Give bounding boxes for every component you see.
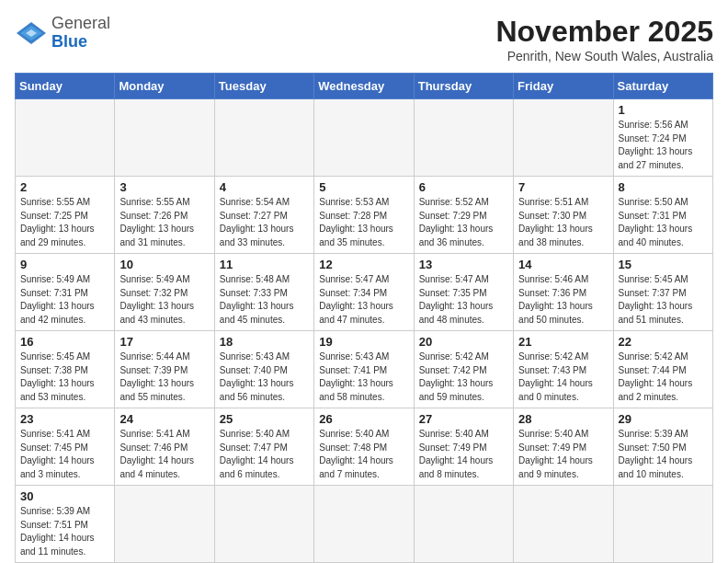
day-cell bbox=[514, 486, 613, 563]
weekday-header-wednesday: Wednesday bbox=[314, 74, 414, 99]
week-row-4: 23Sunrise: 5:41 AM Sunset: 7:45 PM Dayli… bbox=[16, 408, 713, 486]
day-info: Sunrise: 5:54 AM Sunset: 7:27 PM Dayligh… bbox=[220, 196, 309, 249]
day-cell: 12Sunrise: 5:47 AM Sunset: 7:34 PM Dayli… bbox=[314, 254, 414, 331]
day-info: Sunrise: 5:45 AM Sunset: 7:37 PM Dayligh… bbox=[619, 273, 708, 327]
day-number: 13 bbox=[419, 258, 508, 271]
day-cell: 10Sunrise: 5:49 AM Sunset: 7:32 PM Dayli… bbox=[115, 254, 214, 331]
weekday-header-monday: Monday bbox=[115, 74, 214, 99]
day-number: 15 bbox=[619, 258, 708, 271]
day-info: Sunrise: 5:44 AM Sunset: 7:39 PM Dayligh… bbox=[119, 350, 209, 404]
day-cell bbox=[314, 486, 414, 563]
day-number: 10 bbox=[119, 258, 209, 271]
day-info: Sunrise: 5:47 AM Sunset: 7:35 PM Dayligh… bbox=[419, 273, 508, 327]
day-info: Sunrise: 5:42 AM Sunset: 7:42 PM Dayligh… bbox=[419, 350, 508, 404]
day-cell bbox=[115, 99, 214, 177]
day-number: 9 bbox=[20, 258, 109, 271]
day-info: Sunrise: 5:40 AM Sunset: 7:49 PM Dayligh… bbox=[518, 428, 608, 481]
day-number: 29 bbox=[619, 412, 708, 426]
day-info: Sunrise: 5:45 AM Sunset: 7:38 PM Dayligh… bbox=[20, 350, 109, 404]
day-number: 24 bbox=[119, 412, 209, 426]
day-cell bbox=[214, 99, 313, 177]
title-block: November 2025 Penrith, New South Wales, … bbox=[495, 15, 713, 63]
weekday-header-row: SundayMondayTuesdayWednesdayThursdayFrid… bbox=[16, 74, 713, 99]
day-cell: 19Sunrise: 5:43 AM Sunset: 7:41 PM Dayli… bbox=[314, 331, 414, 408]
logo-blue: Blue bbox=[51, 32, 87, 51]
day-info: Sunrise: 5:40 AM Sunset: 7:49 PM Dayligh… bbox=[419, 428, 508, 481]
day-number: 20 bbox=[419, 335, 508, 349]
day-number: 3 bbox=[119, 180, 209, 194]
day-cell: 28Sunrise: 5:40 AM Sunset: 7:49 PM Dayli… bbox=[514, 408, 613, 486]
week-row-3: 16Sunrise: 5:45 AM Sunset: 7:38 PM Dayli… bbox=[16, 331, 713, 408]
day-cell: 9Sunrise: 5:49 AM Sunset: 7:31 PM Daylig… bbox=[16, 254, 115, 331]
day-cell: 11Sunrise: 5:48 AM Sunset: 7:33 PM Dayli… bbox=[214, 254, 313, 331]
day-cell: 22Sunrise: 5:42 AM Sunset: 7:44 PM Dayli… bbox=[613, 331, 712, 408]
day-number: 2 bbox=[20, 180, 109, 194]
day-cell bbox=[514, 99, 613, 177]
weekday-header-saturday: Saturday bbox=[613, 74, 712, 99]
day-info: Sunrise: 5:55 AM Sunset: 7:25 PM Dayligh… bbox=[20, 196, 109, 249]
day-cell: 24Sunrise: 5:41 AM Sunset: 7:46 PM Dayli… bbox=[115, 408, 214, 486]
calendar: SundayMondayTuesdayWednesdayThursdayFrid… bbox=[15, 73, 713, 563]
day-cell bbox=[214, 486, 313, 563]
day-cell: 15Sunrise: 5:45 AM Sunset: 7:37 PM Dayli… bbox=[613, 254, 712, 331]
day-info: Sunrise: 5:41 AM Sunset: 7:45 PM Dayligh… bbox=[20, 428, 109, 481]
day-info: Sunrise: 5:39 AM Sunset: 7:50 PM Dayligh… bbox=[619, 428, 708, 481]
day-cell: 3Sunrise: 5:55 AM Sunset: 7:26 PM Daylig… bbox=[115, 177, 214, 254]
day-cell: 2Sunrise: 5:55 AM Sunset: 7:25 PM Daylig… bbox=[16, 177, 115, 254]
day-cell: 5Sunrise: 5:53 AM Sunset: 7:28 PM Daylig… bbox=[314, 177, 414, 254]
day-number: 11 bbox=[220, 258, 309, 271]
day-cell: 26Sunrise: 5:40 AM Sunset: 7:48 PM Dayli… bbox=[314, 408, 414, 486]
day-info: Sunrise: 5:42 AM Sunset: 7:44 PM Dayligh… bbox=[619, 350, 708, 404]
week-row-5: 30Sunrise: 5:39 AM Sunset: 7:51 PM Dayli… bbox=[16, 486, 713, 563]
day-cell: 20Sunrise: 5:42 AM Sunset: 7:42 PM Dayli… bbox=[414, 331, 513, 408]
weekday-header-sunday: Sunday bbox=[16, 74, 115, 99]
day-number: 19 bbox=[319, 335, 408, 349]
day-number: 5 bbox=[319, 180, 408, 194]
week-row-1: 2Sunrise: 5:55 AM Sunset: 7:25 PM Daylig… bbox=[16, 177, 713, 254]
day-number: 7 bbox=[518, 180, 608, 194]
day-info: Sunrise: 5:49 AM Sunset: 7:32 PM Dayligh… bbox=[119, 273, 209, 327]
day-number: 21 bbox=[518, 335, 608, 349]
day-cell bbox=[16, 99, 115, 177]
weekday-header-friday: Friday bbox=[514, 74, 613, 99]
day-number: 1 bbox=[619, 103, 708, 117]
day-info: Sunrise: 5:40 AM Sunset: 7:48 PM Dayligh… bbox=[319, 428, 408, 481]
day-cell: 23Sunrise: 5:41 AM Sunset: 7:45 PM Dayli… bbox=[16, 408, 115, 486]
day-cell: 14Sunrise: 5:46 AM Sunset: 7:36 PM Dayli… bbox=[514, 254, 613, 331]
day-cell: 25Sunrise: 5:40 AM Sunset: 7:47 PM Dayli… bbox=[214, 408, 313, 486]
day-cell bbox=[115, 486, 214, 563]
day-number: 12 bbox=[319, 258, 408, 271]
day-cell: 17Sunrise: 5:44 AM Sunset: 7:39 PM Dayli… bbox=[115, 331, 214, 408]
day-info: Sunrise: 5:56 AM Sunset: 7:24 PM Dayligh… bbox=[619, 119, 708, 172]
logo: General Blue bbox=[15, 15, 110, 52]
day-info: Sunrise: 5:41 AM Sunset: 7:46 PM Dayligh… bbox=[119, 428, 209, 481]
day-info: Sunrise: 5:47 AM Sunset: 7:34 PM Dayligh… bbox=[319, 273, 408, 327]
day-info: Sunrise: 5:46 AM Sunset: 7:36 PM Dayligh… bbox=[518, 273, 608, 327]
day-number: 22 bbox=[619, 335, 708, 349]
day-info: Sunrise: 5:43 AM Sunset: 7:40 PM Dayligh… bbox=[220, 350, 309, 404]
day-number: 4 bbox=[220, 180, 309, 194]
day-cell: 29Sunrise: 5:39 AM Sunset: 7:50 PM Dayli… bbox=[613, 408, 712, 486]
location: Penrith, New South Wales, Australia bbox=[495, 49, 713, 63]
day-info: Sunrise: 5:43 AM Sunset: 7:41 PM Dayligh… bbox=[319, 350, 408, 404]
day-number: 16 bbox=[20, 335, 109, 349]
day-number: 18 bbox=[220, 335, 309, 349]
week-row-2: 9Sunrise: 5:49 AM Sunset: 7:31 PM Daylig… bbox=[16, 254, 713, 331]
day-cell bbox=[414, 486, 513, 563]
logo-text: General Blue bbox=[51, 15, 110, 52]
day-number: 14 bbox=[518, 258, 608, 271]
week-row-0: 1Sunrise: 5:56 AM Sunset: 7:24 PM Daylig… bbox=[16, 99, 713, 177]
day-cell: 30Sunrise: 5:39 AM Sunset: 7:51 PM Dayli… bbox=[16, 486, 115, 563]
day-info: Sunrise: 5:51 AM Sunset: 7:30 PM Dayligh… bbox=[518, 196, 608, 249]
day-info: Sunrise: 5:53 AM Sunset: 7:28 PM Dayligh… bbox=[319, 196, 408, 249]
day-info: Sunrise: 5:50 AM Sunset: 7:31 PM Dayligh… bbox=[619, 196, 708, 249]
day-number: 27 bbox=[419, 412, 508, 426]
day-cell: 6Sunrise: 5:52 AM Sunset: 7:29 PM Daylig… bbox=[414, 177, 513, 254]
day-number: 17 bbox=[119, 335, 209, 349]
day-cell: 1Sunrise: 5:56 AM Sunset: 7:24 PM Daylig… bbox=[613, 99, 712, 177]
day-cell: 16Sunrise: 5:45 AM Sunset: 7:38 PM Dayli… bbox=[16, 331, 115, 408]
weekday-header-tuesday: Tuesday bbox=[214, 74, 313, 99]
day-info: Sunrise: 5:48 AM Sunset: 7:33 PM Dayligh… bbox=[220, 273, 309, 327]
day-number: 23 bbox=[20, 412, 109, 426]
day-cell: 18Sunrise: 5:43 AM Sunset: 7:40 PM Dayli… bbox=[214, 331, 313, 408]
